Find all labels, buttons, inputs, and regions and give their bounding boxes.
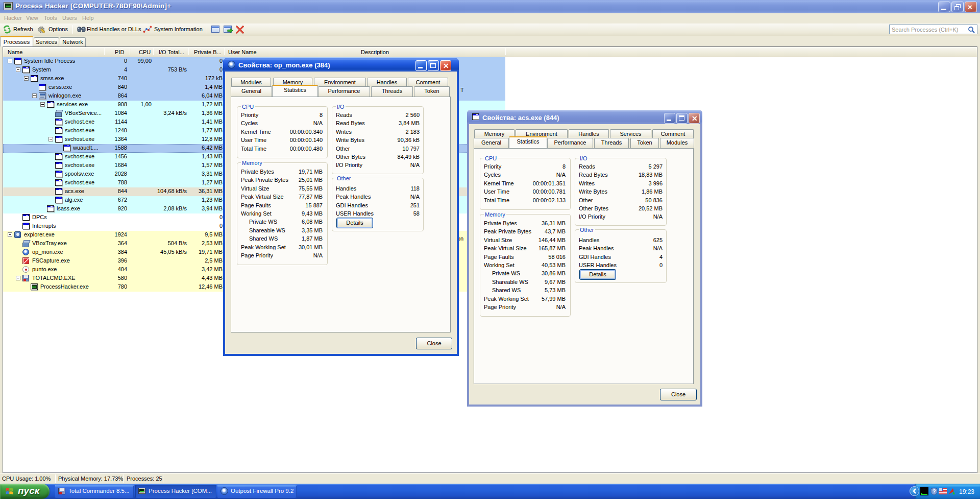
svg-text:?: ? [933, 488, 936, 494]
